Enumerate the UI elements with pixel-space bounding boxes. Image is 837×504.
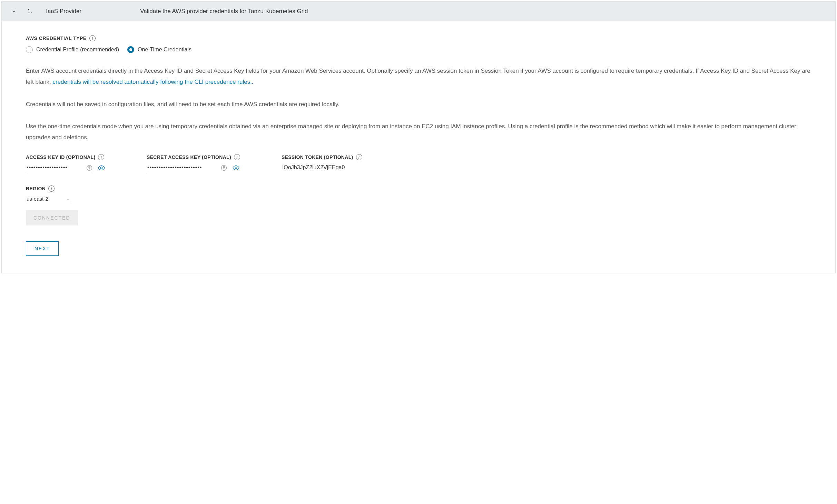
radio-label-one-time: One-Time Credentials <box>138 47 191 53</box>
info-icon[interactable]: i <box>89 35 96 41</box>
secret-key-input-wrap <box>147 162 240 173</box>
credential-type-label: AWS CREDENTIAL TYPE i <box>26 35 811 41</box>
region-field: REGION i us-east-2 <box>26 185 811 204</box>
key-icon[interactable] <box>86 164 93 171</box>
info-icon[interactable]: i <box>48 185 55 192</box>
description-p1-suffix: . <box>252 79 254 85</box>
info-icon[interactable]: i <box>98 154 104 160</box>
description-p3: Use the one-time credentials mode when y… <box>26 121 811 143</box>
radio-credential-profile[interactable]: Credential Profile (recommended) <box>26 46 119 53</box>
chevron-down-icon[interactable] <box>11 9 16 14</box>
svg-point-2 <box>100 167 102 169</box>
svg-point-4 <box>223 166 225 168</box>
session-token-field: SESSION TOKEN (OPTIONAL) i <box>282 154 362 173</box>
svg-point-5 <box>235 167 237 169</box>
radio-circle-icon <box>26 46 33 53</box>
eye-icon[interactable] <box>98 164 105 172</box>
svg-point-1 <box>89 166 90 168</box>
radio-one-time[interactable]: One-Time Credentials <box>127 46 191 53</box>
step-number: 1. <box>27 8 32 15</box>
region-label-text: REGION <box>26 186 46 191</box>
secret-key-field: SECRET ACCESS KEY (OPTIONAL) i <box>147 154 240 173</box>
info-icon[interactable]: i <box>234 154 240 160</box>
region-select[interactable]: us-east-2 <box>26 194 71 204</box>
cli-precedence-link[interactable]: credentials will be resolved automatical… <box>53 79 252 85</box>
session-token-input[interactable] <box>282 162 351 173</box>
step-panel: 1. IaaS Provider Validate the AWS provid… <box>1 1 836 273</box>
connected-button: CONNECTED <box>26 210 78 225</box>
radio-circle-selected-icon <box>127 46 134 53</box>
credential-type-radio-group: Credential Profile (recommended) One-Tim… <box>26 46 811 53</box>
region-label: REGION i <box>26 185 811 192</box>
next-button[interactable]: NEXT <box>26 241 59 256</box>
session-token-label-text: SESSION TOKEN (OPTIONAL) <box>282 154 353 160</box>
step-description: Validate the AWS provider credentials fo… <box>140 8 308 15</box>
radio-label-profile: Credential Profile (recommended) <box>36 47 119 53</box>
description-p2: Credentials will not be saved in configu… <box>26 99 811 110</box>
access-key-input-wrap <box>26 162 105 173</box>
credential-type-label-text: AWS CREDENTIAL TYPE <box>26 36 87 41</box>
info-icon[interactable]: i <box>356 154 362 160</box>
secret-key-label-text: SECRET ACCESS KEY (OPTIONAL) <box>147 154 231 160</box>
chevron-down-icon <box>66 197 70 201</box>
key-icon[interactable] <box>220 164 227 171</box>
access-key-field: ACCESS KEY ID (OPTIONAL) i <box>26 154 105 173</box>
session-token-label: SESSION TOKEN (OPTIONAL) i <box>282 154 362 160</box>
secret-key-label: SECRET ACCESS KEY (OPTIONAL) i <box>147 154 240 160</box>
step-header[interactable]: 1. IaaS Provider Validate the AWS provid… <box>2 2 835 21</box>
secret-key-input[interactable] <box>147 162 226 173</box>
step-content: AWS CREDENTIAL TYPE i Credential Profile… <box>2 21 835 273</box>
session-token-input-wrap <box>282 162 362 173</box>
eye-icon[interactable] <box>232 164 240 172</box>
access-key-input[interactable] <box>26 162 91 173</box>
access-key-label: ACCESS KEY ID (OPTIONAL) i <box>26 154 105 160</box>
credentials-row: ACCESS KEY ID (OPTIONAL) i SECRET ACCESS… <box>26 154 811 173</box>
access-key-label-text: ACCESS KEY ID (OPTIONAL) <box>26 154 95 160</box>
step-title: IaaS Provider <box>46 8 81 15</box>
description-p1: Enter AWS account credentials directly i… <box>26 65 811 88</box>
region-value: us-east-2 <box>27 196 48 202</box>
